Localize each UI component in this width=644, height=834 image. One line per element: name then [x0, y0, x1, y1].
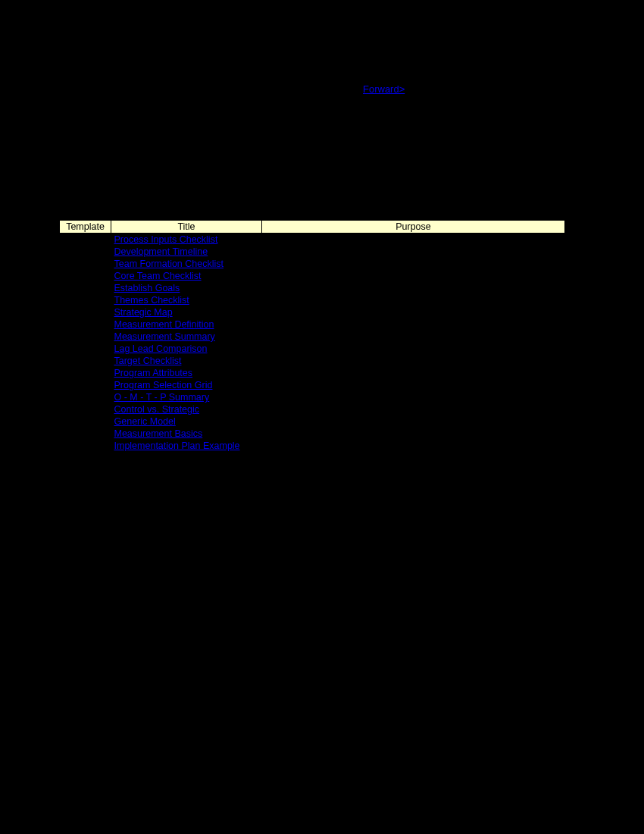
title-link[interactable]: Implementation Plan Example — [114, 441, 240, 451]
templates-table: Template Title Purpose Process Inputs Ch… — [59, 220, 565, 452]
title-link[interactable]: Program Attributes — [114, 368, 193, 378]
title-link[interactable]: Target Checklist — [114, 356, 182, 366]
title-cell: Strategic Map — [111, 306, 262, 318]
title-cell: O - M - T - P Summary — [111, 391, 262, 403]
title-link[interactable]: Measurement Definition — [114, 319, 214, 330]
table-row: O - M - T - P Summary — [60, 391, 565, 403]
table-row: Establish Goals — [60, 282, 565, 294]
purpose-cell — [262, 415, 565, 428]
table-row: Measurement Basics — [60, 428, 565, 440]
template-cell — [60, 391, 111, 403]
template-cell — [60, 306, 111, 318]
template-cell — [60, 234, 111, 246]
template-cell — [60, 428, 111, 440]
title-cell: Measurement Definition — [111, 318, 262, 331]
title-link[interactable]: Themes Checklist — [114, 295, 189, 306]
purpose-cell — [262, 294, 565, 306]
template-cell — [60, 331, 111, 343]
template-cell — [60, 294, 111, 306]
purpose-cell — [262, 270, 565, 282]
title-link[interactable]: Process Inputs Checklist — [114, 234, 218, 245]
purpose-cell — [262, 367, 565, 379]
table-row: Program Attributes — [60, 367, 565, 379]
table-row: Core Team Checklist — [60, 270, 565, 282]
title-link[interactable]: Core Team Checklist — [114, 271, 202, 281]
purpose-cell — [262, 379, 565, 391]
purpose-cell — [262, 282, 565, 294]
table-row: Development Timeline — [60, 246, 565, 258]
title-cell: Control vs. Strategic — [111, 403, 262, 415]
title-link[interactable]: Generic Model — [114, 416, 176, 427]
title-cell: Implementation Plan Example — [111, 440, 262, 452]
template-cell — [60, 282, 111, 294]
header-purpose: Purpose — [262, 221, 565, 234]
title-cell: Core Team Checklist — [111, 270, 262, 282]
title-cell: Process Inputs Checklist — [111, 234, 262, 246]
table-row: Control vs. Strategic — [60, 403, 565, 415]
purpose-cell — [262, 428, 565, 440]
table-row: Target Checklist — [60, 355, 565, 367]
template-cell — [60, 403, 111, 415]
title-link[interactable]: O - M - T - P Summary — [114, 392, 210, 403]
title-cell: Measurement Basics — [111, 428, 262, 440]
purpose-cell — [262, 234, 565, 246]
purpose-cell — [262, 318, 565, 331]
title-cell: Establish Goals — [111, 282, 262, 294]
table-row: Generic Model — [60, 415, 565, 428]
purpose-cell — [262, 440, 565, 452]
table-row: Implementation Plan Example — [60, 440, 565, 452]
table-row: Themes Checklist — [60, 294, 565, 306]
template-cell — [60, 355, 111, 367]
header-title: Title — [111, 221, 262, 234]
table-header-row: Template Title Purpose — [60, 221, 565, 234]
title-cell: Lag Lead Comparison — [111, 343, 262, 355]
title-link[interactable]: Lag Lead Comparison — [114, 343, 208, 354]
title-link[interactable]: Control vs. Strategic — [114, 404, 200, 415]
nav-forward: Forward> — [363, 83, 405, 95]
table-row: Process Inputs Checklist — [60, 234, 565, 246]
title-cell: Program Attributes — [111, 367, 262, 379]
table-row: Measurement Summary — [60, 331, 565, 343]
title-link[interactable]: Development Timeline — [114, 246, 208, 257]
template-cell — [60, 379, 111, 391]
forward-link[interactable]: Forward> — [363, 83, 405, 95]
title-link[interactable]: Team Formation Checklist — [114, 259, 224, 269]
header-template: Template — [60, 221, 111, 234]
purpose-cell — [262, 258, 565, 270]
template-cell — [60, 343, 111, 355]
title-cell: Measurement Summary — [111, 331, 262, 343]
title-link[interactable]: Establish Goals — [114, 283, 180, 293]
table-row: Lag Lead Comparison — [60, 343, 565, 355]
template-cell — [60, 270, 111, 282]
title-cell: Team Formation Checklist — [111, 258, 262, 270]
purpose-cell — [262, 391, 565, 403]
table-row: Team Formation Checklist — [60, 258, 565, 270]
title-link[interactable]: Measurement Basics — [114, 428, 203, 439]
template-cell — [60, 258, 111, 270]
title-cell: Themes Checklist — [111, 294, 262, 306]
purpose-cell — [262, 246, 565, 258]
page: Forward> Template Title Purpose Process … — [0, 0, 644, 834]
title-link[interactable]: Program Selection Grid — [114, 380, 213, 390]
purpose-cell — [262, 306, 565, 318]
purpose-cell — [262, 331, 565, 343]
title-link[interactable]: Measurement Summary — [114, 331, 215, 342]
purpose-cell — [262, 403, 565, 415]
title-cell: Generic Model — [111, 415, 262, 428]
purpose-cell — [262, 343, 565, 355]
template-cell — [60, 318, 111, 331]
purpose-cell — [262, 355, 565, 367]
template-cell — [60, 246, 111, 258]
table-row: Strategic Map — [60, 306, 565, 318]
template-cell — [60, 367, 111, 379]
title-cell: Development Timeline — [111, 246, 262, 258]
title-cell: Program Selection Grid — [111, 379, 262, 391]
template-cell — [60, 440, 111, 452]
title-link[interactable]: Strategic Map — [114, 307, 173, 318]
table-row: Measurement Definition — [60, 318, 565, 331]
title-cell: Target Checklist — [111, 355, 262, 367]
table-row: Program Selection Grid — [60, 379, 565, 391]
template-cell — [60, 415, 111, 428]
